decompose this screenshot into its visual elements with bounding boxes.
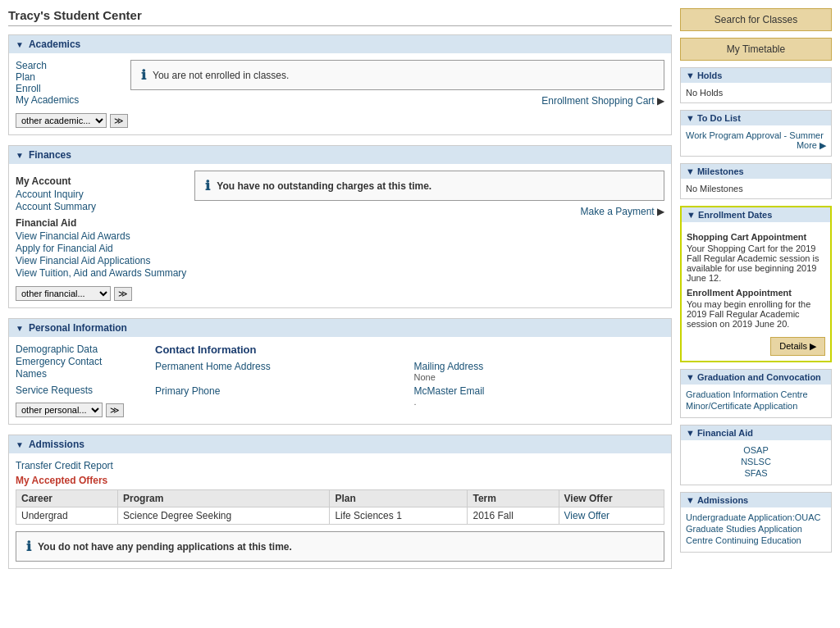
search-for-classes-button[interactable]: Search for Classes bbox=[680, 8, 832, 31]
enrollment-shopping-cart-link[interactable]: Enrollment Shopping Cart bbox=[541, 95, 654, 107]
sidebar-financial-aid-header: ▼ Financial Aid bbox=[681, 425, 831, 440]
graduation-label: Graduation and Convocation bbox=[697, 372, 821, 382]
mailing-label: Mailing Address bbox=[414, 361, 665, 372]
personal-label: Personal Information bbox=[29, 322, 127, 334]
enrollment-dates-body: Shopping Cart Appointment Your Shopping … bbox=[682, 222, 830, 361]
mcmaster-email: McMaster Email . bbox=[414, 385, 665, 407]
finances-dropdown[interactable]: other financial... Account Inquiry Accou… bbox=[16, 286, 111, 301]
view-tuition-link[interactable]: View Tuition, Aid and Awards Summary bbox=[16, 267, 186, 279]
enrollment-dates-section: ▼ Enrollment Dates Shopping Cart Appoint… bbox=[680, 206, 832, 362]
financial-aid-label: Financial Aid bbox=[16, 217, 186, 229]
cell-view-offer: View Offer bbox=[559, 507, 664, 525]
shopping-cart-arrow-icon: ▶ bbox=[657, 95, 664, 107]
milestones-value: No Milestones bbox=[686, 184, 743, 193]
sidebar-admissions-header: ▼ Admissions bbox=[681, 493, 831, 507]
graduation-header: ▼ Graduation and Convocation bbox=[681, 370, 831, 385]
mailing-address: Mailing Address None bbox=[414, 361, 665, 382]
demographic-data-link[interactable]: Demographic Data bbox=[16, 344, 98, 355]
permanent-home-address: Permanent Home Address bbox=[155, 361, 406, 382]
academics-go-button[interactable]: ≫ bbox=[110, 114, 128, 128]
academics-right-panel: ℹ You are not enrolled in classes. Enrol… bbox=[130, 60, 664, 107]
col-career: Career bbox=[16, 490, 118, 507]
holds-header: ▼ Holds bbox=[681, 68, 831, 83]
todo-more-link[interactable]: More ▶ bbox=[686, 140, 826, 151]
make-payment-link[interactable]: Make a Payment bbox=[581, 206, 655, 217]
sfas-link[interactable]: SFAS bbox=[686, 468, 826, 478]
academics-header: ▼ Academics bbox=[9, 35, 671, 53]
mcmaster-email-value: . bbox=[414, 397, 665, 407]
shopping-cart-appt-title: Shopping Cart Appointment bbox=[687, 232, 825, 242]
personal-go-button[interactable]: ≫ bbox=[106, 403, 124, 417]
sidebar-admissions-body: Undergraduate Application:OUAC Graduate … bbox=[681, 507, 831, 552]
accepted-offers-label: My Accepted Offers bbox=[16, 475, 664, 486]
admissions-header: ▼ Admissions bbox=[9, 435, 671, 453]
minor-certificate-link[interactable]: Minor/Certificate Application bbox=[686, 401, 826, 411]
finances-header: ▼ Finances bbox=[9, 146, 671, 164]
holds-value: No Holds bbox=[686, 88, 723, 98]
holds-body: No Holds bbox=[681, 83, 831, 102]
sidebar-admissions-label: Admissions bbox=[697, 495, 748, 505]
academics-triangle-icon: ▼ bbox=[16, 40, 24, 49]
view-offer-link[interactable]: View Offer bbox=[564, 510, 610, 521]
holds-triangle-icon: ▼ bbox=[686, 71, 695, 80]
todo-label: To Do List bbox=[697, 113, 741, 123]
admissions-triangle-icon: ▼ bbox=[16, 440, 24, 449]
view-financial-aid-apps-link[interactable]: View Financial Aid Applications bbox=[16, 255, 151, 266]
enrollment-details-button[interactable]: Details ▶ bbox=[770, 337, 825, 356]
finances-triangle-icon: ▼ bbox=[16, 151, 24, 160]
search-link[interactable]: Search bbox=[16, 60, 47, 71]
primary-phone: Primary Phone bbox=[155, 385, 406, 407]
admissions-label: Admissions bbox=[29, 439, 84, 450]
academics-dropdown[interactable]: other academic... Search Plan Enroll bbox=[16, 113, 107, 128]
finances-info-icon: ℹ bbox=[205, 178, 210, 193]
account-inquiry-link[interactable]: Account Inquiry bbox=[16, 189, 84, 200]
names-link[interactable]: Names bbox=[16, 368, 47, 380]
col-program: Program bbox=[118, 490, 330, 507]
accepted-offers-table: Career Program Plan Term View Offer Unde… bbox=[16, 489, 664, 525]
my-account-label: My Account bbox=[16, 175, 186, 187]
graduate-studies-link[interactable]: Graduate Studies Application bbox=[686, 524, 826, 534]
primary-phone-label: Primary Phone bbox=[155, 385, 406, 397]
sidebar-admissions-triangle-icon: ▼ bbox=[686, 495, 695, 505]
cell-career: Undergrad bbox=[16, 507, 118, 525]
enrollment-appt-text: You may begin enrolling for the 2019 Fal… bbox=[687, 299, 825, 329]
table-row: Undergrad Science Degree Seeking Life Sc… bbox=[16, 507, 664, 525]
personal-dropdown[interactable]: other personal... bbox=[16, 403, 103, 417]
make-payment-arrow-icon: ▶ bbox=[657, 206, 664, 217]
my-academics-link[interactable]: My Academics bbox=[16, 94, 79, 106]
graduation-info-centre-link[interactable]: Graduation Information Centre bbox=[686, 389, 826, 399]
mcmaster-email-label: McMaster Email bbox=[414, 385, 665, 397]
col-term: Term bbox=[468, 490, 559, 507]
emergency-contact-link[interactable]: Emergency Contact bbox=[16, 356, 102, 367]
centre-continuing-link[interactable]: Centre Continuing Education bbox=[686, 535, 826, 545]
enrollment-status-text: You are not enrolled in classes. bbox=[153, 70, 289, 81]
milestones-body: No Milestones bbox=[681, 179, 831, 198]
todo-item-link[interactable]: Work Program Approval - Summer bbox=[686, 130, 824, 140]
nslsc-link[interactable]: NSLSC bbox=[686, 457, 826, 466]
milestones-section: ▼ Milestones No Milestones bbox=[680, 163, 832, 199]
finances-left-panel: My Account Account Inquiry Account Summa… bbox=[16, 171, 186, 280]
shopping-cart-appt-text: Your Shopping Cart for the 2019 Fall Reg… bbox=[687, 243, 825, 283]
enroll-link[interactable]: Enroll bbox=[16, 83, 41, 94]
enrollment-dates-label: Enrollment Dates bbox=[698, 210, 772, 220]
apply-financial-aid-link[interactable]: Apply for Financial Aid bbox=[16, 243, 113, 254]
sidebar-financial-triangle-icon: ▼ bbox=[686, 428, 695, 438]
finances-section: ▼ Finances My Account Account Inquiry Ac… bbox=[8, 145, 672, 308]
account-summary-link[interactable]: Account Summary bbox=[16, 201, 96, 212]
view-financial-aid-awards-link[interactable]: View Financial Aid Awards bbox=[16, 230, 130, 242]
osap-link[interactable]: OSAP bbox=[686, 445, 826, 455]
finances-dropdown-row: other financial... Account Inquiry Accou… bbox=[16, 286, 664, 301]
mailing-value: None bbox=[414, 372, 665, 382]
make-payment-container: Make a Payment ▶ bbox=[194, 206, 664, 217]
plan-link[interactable]: Plan bbox=[16, 71, 35, 83]
sidebar-financial-aid-body: OSAP NSLSC SFAS bbox=[681, 440, 831, 485]
transfer-credit-link[interactable]: Transfer Credit Report bbox=[16, 460, 113, 471]
undergrad-application-link[interactable]: Undergraduate Application:OUAC bbox=[686, 512, 826, 522]
service-requests-link[interactable]: Service Requests bbox=[16, 385, 93, 396]
finances-label: Finances bbox=[29, 149, 71, 161]
finances-go-button[interactable]: ≫ bbox=[114, 287, 132, 301]
enrollment-shopping-cart-link-container: Enrollment Shopping Cart ▶ bbox=[130, 95, 664, 107]
no-pending-info-icon: ℹ bbox=[26, 539, 31, 554]
my-timetable-button[interactable]: My Timetable bbox=[680, 38, 832, 61]
todo-body: Work Program Approval - Summer More ▶ bbox=[681, 125, 831, 156]
